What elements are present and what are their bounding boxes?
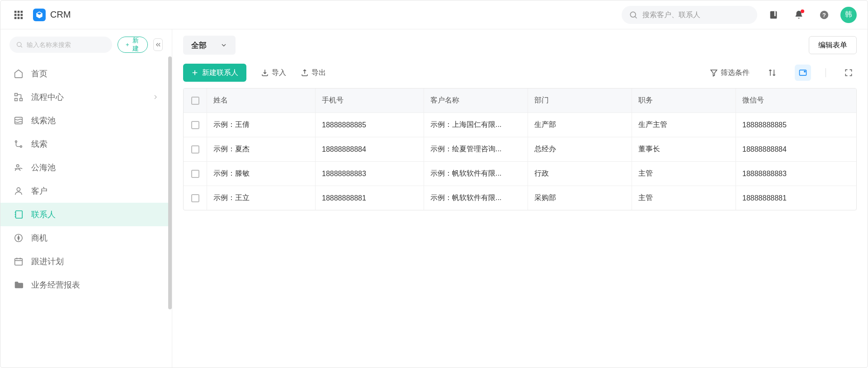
nav-label: 公海池 (31, 162, 159, 173)
app-grid-button[interactable] (11, 8, 26, 22)
new-contact-button[interactable]: 新建联系人 (183, 64, 246, 82)
nav-customers[interactable]: 客户 (0, 179, 172, 203)
cell-customer: 示例：上海国仁有限... (424, 113, 528, 137)
nav-label: 首页 (31, 68, 159, 79)
notifications-button[interactable] (790, 6, 808, 24)
svg-marker-41 (711, 70, 717, 76)
cell-job: 董事长 (632, 137, 736, 161)
svg-rect-19 (15, 93, 18, 96)
col-header-name[interactable]: 姓名 (207, 89, 316, 112)
workflow-icon (14, 92, 24, 102)
sidebar-search[interactable] (9, 37, 112, 53)
import-button[interactable]: 导入 (261, 68, 286, 78)
user-avatar[interactable]: 韩 (840, 7, 857, 23)
filter-cond-label: 筛选条件 (721, 68, 750, 78)
search-icon (16, 41, 23, 48)
nav-label: 线索 (31, 139, 159, 149)
collapse-sidebar-button[interactable] (153, 38, 163, 51)
col-header-job[interactable]: 职务 (632, 89, 736, 112)
nav-label: 流程中心 (31, 92, 145, 102)
nav-followup[interactable]: 跟进计划 (0, 250, 172, 273)
col-header-wechat[interactable]: 微信号 (736, 89, 856, 112)
cell-dept: 行政 (528, 162, 632, 186)
contacts-icon (14, 210, 24, 219)
nav-home[interactable]: 首页 (0, 62, 172, 85)
nav-contacts[interactable]: 联系人 (0, 203, 172, 226)
export-button[interactable]: 导出 (301, 68, 326, 78)
sidebar-scrollbar[interactable] (168, 56, 172, 309)
row-checkbox[interactable] (191, 145, 199, 154)
plus-icon (125, 42, 130, 48)
new-button[interactable]: 新建 (118, 37, 148, 53)
route-icon (14, 139, 24, 149)
svg-rect-0 (14, 10, 17, 13)
svg-line-16 (21, 46, 22, 47)
cell-customer: 示例：绘夏管理咨询... (424, 137, 528, 161)
select-all-checkbox[interactable] (191, 97, 199, 105)
col-header-phone[interactable]: 手机号 (316, 89, 424, 112)
view-filter-select[interactable]: 全部 (183, 36, 236, 55)
edit-form-button[interactable]: 编辑表单 (809, 36, 857, 54)
col-header-customer[interactable]: 客户名称 (424, 89, 528, 112)
view-card-button[interactable] (795, 65, 811, 81)
export-label: 导出 (311, 68, 326, 78)
help-button[interactable]: ? (815, 6, 833, 24)
filter-icon (710, 69, 718, 77)
fullscreen-button[interactable] (840, 65, 857, 81)
cell-job: 生产主管 (632, 113, 736, 137)
nav-label: 客户 (31, 186, 159, 196)
sort-icon (768, 68, 777, 77)
filter-label: 全部 (191, 40, 207, 51)
cell-dept: 总经办 (528, 137, 632, 161)
table-row[interactable]: 示例：夏杰 18888888884 示例：绘夏管理咨询... 总经办 董事长 1… (184, 137, 856, 162)
svg-rect-35 (15, 259, 23, 266)
sidebar-search-input[interactable] (27, 41, 106, 48)
svg-point-27 (16, 165, 19, 168)
users-pool-icon (14, 163, 24, 172)
svg-point-28 (17, 188, 20, 191)
row-checkbox[interactable] (191, 194, 199, 202)
topbar: CRM ? 韩 (0, 0, 868, 29)
nav-workflow[interactable]: 流程中心 (0, 85, 172, 109)
cell-name: 示例：王立 (207, 186, 316, 210)
search-icon (629, 10, 638, 19)
svg-rect-1 (18, 10, 20, 13)
cell-phone: 18888888883 (316, 162, 424, 186)
main-content: 全部 编辑表单 新建联系人 导入 导出 (172, 29, 868, 368)
bookmark-button[interactable] (764, 6, 783, 24)
chevron-right-icon (152, 93, 159, 101)
nav-leads[interactable]: 线索 (0, 132, 172, 156)
col-header-dept[interactable]: 部门 (528, 89, 632, 112)
nav-public-pool[interactable]: 公海池 (0, 156, 172, 179)
app-logo[interactable]: CRM (33, 9, 71, 21)
cell-wechat: 18888888884 (736, 137, 856, 161)
filter-conditions-button[interactable]: 筛选条件 (710, 68, 750, 78)
toolbar: 新建联系人 导入 导出 筛选条件 (183, 61, 857, 88)
toolbar-divider (826, 68, 826, 77)
row-checkbox[interactable] (191, 121, 199, 129)
apps-grid-icon (14, 10, 24, 20)
contacts-table: 姓名 手机号 客户名称 部门 职务 微信号 示例：王倩 18888888885 … (183, 88, 857, 210)
table-row[interactable]: 示例：滕敏 18888888883 示例：帆软软件有限... 行政 主管 188… (184, 162, 856, 186)
sort-button[interactable] (764, 65, 780, 81)
svg-point-25 (15, 141, 17, 143)
chevron-down-icon (220, 42, 227, 49)
cell-job: 主管 (632, 186, 736, 210)
global-search[interactable] (622, 6, 757, 24)
table-row[interactable]: 示例：王倩 18888888885 示例：上海国仁有限... 生产部 生产主管 … (184, 113, 856, 137)
global-search-input[interactable] (642, 11, 750, 19)
svg-marker-34 (18, 236, 19, 240)
cell-phone: 18888888885 (316, 113, 424, 137)
import-label: 导入 (272, 68, 286, 78)
row-checkbox[interactable] (191, 170, 199, 178)
nav-lead-pool[interactable]: 线索池 (0, 109, 172, 132)
waves-icon (14, 116, 24, 126)
nav-reports[interactable]: 业务经营报表 (0, 273, 172, 297)
bookmark-icon (769, 10, 778, 20)
table-row[interactable]: 示例：王立 18888888881 示例：帆软软件有限... 采购部 主管 18… (184, 186, 856, 210)
folder-icon (14, 280, 24, 290)
svg-point-9 (630, 12, 636, 17)
nav-opportunities[interactable]: 商机 (0, 226, 172, 250)
svg-point-26 (20, 146, 22, 148)
svg-rect-2 (21, 10, 23, 13)
